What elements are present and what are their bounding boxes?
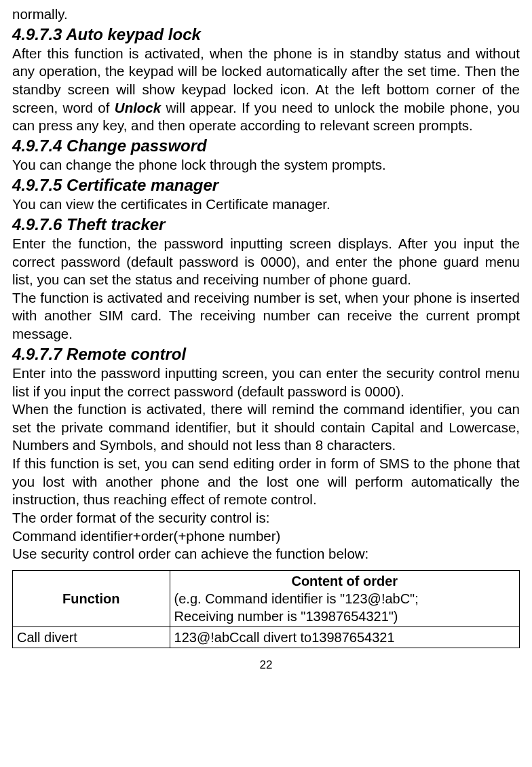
cell-order-call-divert: 123@!abCcall divert to13987654321 [170, 626, 519, 648]
content-example-line-2: Receiving number is "13987654321") [174, 607, 515, 625]
para-remote-control-6: Use security control order can achieve t… [12, 545, 520, 563]
para-remote-control-3: If this function is set, you can send ed… [12, 455, 520, 509]
heading-change-password: 4.9.7.4 Change password [12, 135, 520, 156]
para-certificate-manager: You can view the certificates in Certifi… [12, 195, 520, 214]
heading-auto-keypad-lock: 4.9.7.3 Auto keypad lock [12, 24, 520, 45]
table-header-function: Function [13, 570, 170, 626]
cell-function-call-divert: Call divert [13, 626, 170, 648]
para-auto-keypad-lock: After this function is activated, when t… [12, 45, 520, 135]
para-remote-control-1: Enter into the password inputting screen… [12, 364, 520, 400]
heading-remote-control: 4.9.7.7 Remote control [12, 343, 520, 364]
table-row: Function Content of order (e.g. Command … [13, 570, 520, 626]
para-remote-control-2: When the function is activated, there wi… [12, 400, 520, 455]
order-table: Function Content of order (e.g. Command … [12, 570, 520, 648]
page-number: 22 [12, 658, 520, 673]
para-change-password: You can change the phone lock through th… [12, 156, 520, 174]
para-theft-tracker-2: The function is activated and receiving … [12, 289, 520, 343]
table-row: Call divert 123@!abCcall divert to139876… [13, 626, 520, 648]
content-example-line-1: (e.g. Command identifier is "123@!abC"; [174, 590, 515, 607]
para-remote-control-5: Command identifier+order(+phone number) [12, 527, 520, 546]
para-theft-tracker-1: Enter the function, the password inputti… [12, 235, 520, 289]
heading-theft-tracker: 4.9.7.6 Theft tracker [12, 214, 520, 235]
content-of-order-title: Content of order [174, 572, 515, 590]
unlock-word: Unlock [115, 100, 161, 115]
prev-page-tail: normally. [12, 5, 520, 24]
heading-certificate-manager: 4.9.7.5 Certificate manager [12, 174, 520, 195]
para-remote-control-4: The order format of the security control… [12, 509, 520, 527]
table-header-content: Content of order (e.g. Command identifie… [170, 570, 519, 626]
